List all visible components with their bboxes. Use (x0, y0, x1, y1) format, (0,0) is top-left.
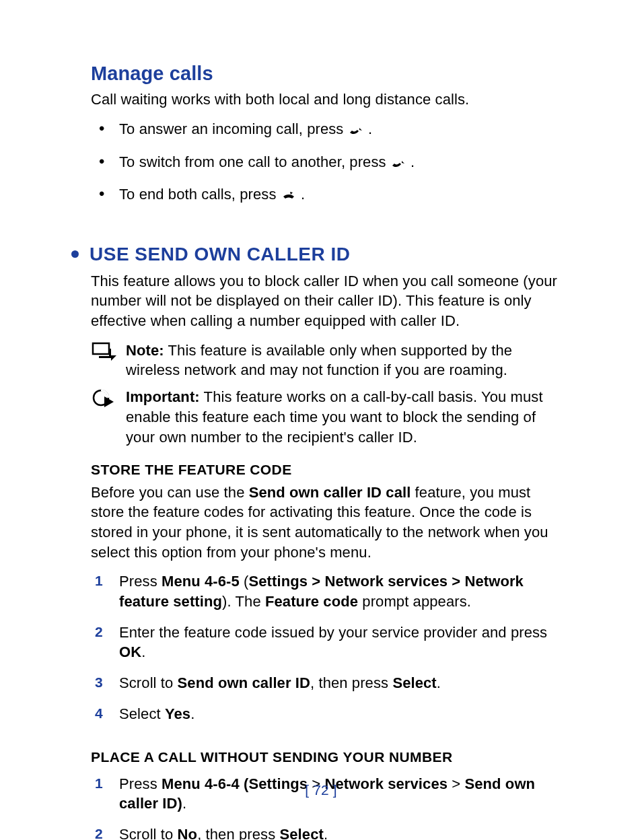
text: . (301, 186, 305, 203)
bullet-marker-icon (71, 250, 79, 258)
note-block: Note: This feature is available only whe… (91, 341, 565, 380)
subheading-store-code: STORE THE FEATURE CODE (91, 460, 565, 479)
note-label: Note: (126, 342, 164, 359)
heading-manage-calls: Manage calls (91, 61, 565, 87)
text-bold: No (178, 826, 198, 840)
text: ). The (222, 593, 265, 610)
text-bold: Send own caller ID (178, 674, 310, 691)
text: . (368, 120, 372, 137)
text: Press (119, 573, 162, 590)
step-item: Enter the feature code issued by your se… (91, 623, 565, 673)
important-icon (91, 387, 126, 447)
step-item: Scroll to Send own caller ID, then press… (91, 673, 565, 704)
text: , then press (310, 674, 392, 691)
list-item: To answer an incoming call, press . (91, 119, 565, 152)
text: To answer an incoming call, press (119, 120, 348, 137)
text: ( (240, 573, 249, 590)
important-body: Important: This feature works on a call-… (126, 387, 565, 447)
heading-caller-id: USE SEND OWN CALLER ID (91, 242, 565, 267)
step-item: Press Menu 4-6-5 (Settings > Network ser… (91, 571, 565, 622)
text: . (437, 674, 441, 691)
text-caller-id-intro: This feature allows you to block caller … (91, 271, 565, 331)
svg-rect-0 (93, 343, 109, 354)
step-item: Select Yes. (91, 704, 565, 735)
note-icon (91, 341, 126, 380)
step-item: Scroll to No, then press Select. (91, 825, 565, 840)
page-number: [ 72 ] (0, 781, 642, 800)
text: prompt appears. (358, 593, 471, 610)
text: . (141, 643, 145, 660)
text: To switch from one call to another, pres… (119, 153, 390, 170)
call-key-icon (348, 121, 364, 141)
heading-text: USE SEND OWN CALLER ID (90, 242, 350, 267)
text: To end both calls, press (119, 186, 281, 203)
call-key-icon (390, 154, 406, 174)
text-bold: OK (119, 643, 141, 660)
text: . (411, 153, 415, 170)
subheading-place-call: PLACE A CALL WITHOUT SENDING YOUR NUMBER (91, 748, 565, 767)
text: , then press (197, 826, 279, 840)
text: . (190, 705, 194, 722)
text: Enter the feature code issued by your se… (119, 624, 547, 641)
text-bold: Feature code (265, 593, 358, 610)
text-store-code-intro: Before you can use the Send own caller I… (91, 483, 565, 563)
list-item: To end both calls, press . (91, 184, 565, 217)
list-manage-calls: To answer an incoming call, press . To s… (91, 119, 565, 217)
list-item: To switch from one call to another, pres… (91, 152, 565, 185)
text-bold: Select (392, 674, 436, 691)
important-block: Important: This feature works on a call-… (91, 387, 565, 447)
text: Scroll to (119, 826, 178, 840)
text: . (324, 826, 328, 840)
note-body: Note: This feature is available only whe… (126, 341, 565, 380)
text: Scroll to (119, 674, 178, 691)
steps-store-code: Press Menu 4-6-5 (Settings > Network ser… (91, 571, 565, 734)
text: Before you can use the (91, 484, 249, 501)
text-bold: Menu 4-6-5 (162, 573, 240, 590)
end-call-key-icon (281, 186, 297, 207)
important-label: Important: (126, 388, 200, 405)
note-text: This feature is available only when supp… (126, 342, 512, 379)
document-page: Manage calls Call waiting works with bot… (0, 0, 642, 840)
text-bold: Select (280, 826, 324, 840)
text-manage-calls-intro: Call waiting works with both local and l… (91, 90, 565, 110)
text-bold: Yes (165, 705, 190, 722)
text: Select (119, 705, 165, 722)
text-bold: Send own caller ID call (249, 484, 411, 501)
